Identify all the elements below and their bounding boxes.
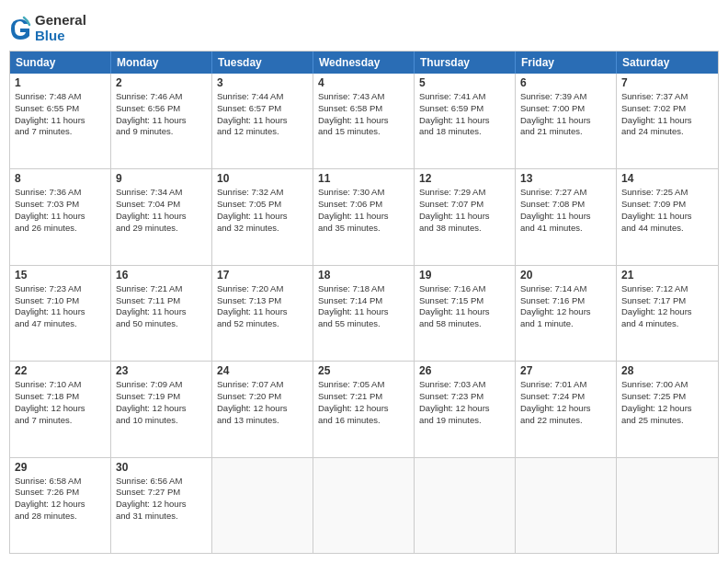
day-number: 9 xyxy=(116,172,207,185)
day-number: 11 xyxy=(318,172,409,185)
cell-info: Sunrise: 6:58 AMSunset: 7:26 PMDaylight:… xyxy=(15,476,106,523)
day-header-sunday: Sunday xyxy=(10,52,111,74)
day-number: 19 xyxy=(419,269,510,282)
logo-icon xyxy=(9,16,31,41)
calendar-body: 1Sunrise: 7:48 AMSunset: 6:55 PMDaylight… xyxy=(10,74,718,553)
day-number: 21 xyxy=(621,269,713,282)
calendar-cell-day-21: 21Sunrise: 7:12 AMSunset: 7:17 PMDayligh… xyxy=(617,266,718,361)
calendar-cell-day-29: 29Sunrise: 6:58 AMSunset: 7:26 PMDayligh… xyxy=(10,458,111,553)
cell-info: Sunrise: 7:39 AMSunset: 7:00 PMDaylight:… xyxy=(520,91,611,138)
day-number: 4 xyxy=(318,76,409,89)
cell-info: Sunrise: 7:30 AMSunset: 7:06 PMDaylight:… xyxy=(318,187,409,234)
calendar-cell-day-28: 28Sunrise: 7:00 AMSunset: 7:25 PMDayligh… xyxy=(617,362,718,456)
calendar-cell-day-3: 3Sunrise: 7:44 AMSunset: 6:57 PMDaylight… xyxy=(212,74,313,168)
calendar-cell-day-13: 13Sunrise: 7:27 AMSunset: 7:08 PMDayligh… xyxy=(516,169,617,264)
cell-info: Sunrise: 7:32 AMSunset: 7:05 PMDaylight:… xyxy=(217,187,308,234)
cell-info: Sunrise: 7:46 AMSunset: 6:56 PMDaylight:… xyxy=(116,91,207,138)
cell-info: Sunrise: 7:25 AMSunset: 7:09 PMDaylight:… xyxy=(621,187,713,234)
day-header-thursday: Thursday xyxy=(415,52,516,74)
calendar-cell-day-2: 2Sunrise: 7:46 AMSunset: 6:56 PMDaylight… xyxy=(111,74,212,168)
day-number: 12 xyxy=(419,172,510,185)
cell-info: Sunrise: 7:36 AMSunset: 7:03 PMDaylight:… xyxy=(15,187,106,234)
calendar-cell-day-26: 26Sunrise: 7:03 AMSunset: 7:23 PMDayligh… xyxy=(415,362,516,456)
cell-info: Sunrise: 7:29 AMSunset: 7:07 PMDaylight:… xyxy=(419,187,510,234)
calendar-cell-day-20: 20Sunrise: 7:14 AMSunset: 7:16 PMDayligh… xyxy=(516,266,617,361)
calendar-cell-day-23: 23Sunrise: 7:09 AMSunset: 7:19 PMDayligh… xyxy=(111,362,212,456)
day-number: 26 xyxy=(419,364,510,377)
calendar-cell-day-19: 19Sunrise: 7:16 AMSunset: 7:15 PMDayligh… xyxy=(415,266,516,361)
cell-info: Sunrise: 7:10 AMSunset: 7:18 PMDaylight:… xyxy=(15,379,106,426)
day-number: 28 xyxy=(621,364,713,377)
calendar-cell-day-11: 11Sunrise: 7:30 AMSunset: 7:06 PMDayligh… xyxy=(313,169,415,264)
calendar-cell-day-15: 15Sunrise: 7:23 AMSunset: 7:10 PMDayligh… xyxy=(10,266,111,361)
calendar-cell-empty xyxy=(212,458,313,553)
calendar-cell-day-12: 12Sunrise: 7:29 AMSunset: 7:07 PMDayligh… xyxy=(415,169,516,264)
day-number: 1 xyxy=(15,76,106,89)
calendar-week-4: 22Sunrise: 7:10 AMSunset: 7:18 PMDayligh… xyxy=(10,362,718,457)
calendar-cell-day-18: 18Sunrise: 7:18 AMSunset: 7:14 PMDayligh… xyxy=(313,266,415,361)
calendar-cell-day-4: 4Sunrise: 7:43 AMSunset: 6:58 PMDaylight… xyxy=(313,74,415,168)
cell-info: Sunrise: 7:20 AMSunset: 7:13 PMDaylight:… xyxy=(217,283,308,330)
day-number: 25 xyxy=(318,364,409,377)
calendar-cell-empty xyxy=(415,458,516,553)
cell-info: Sunrise: 7:41 AMSunset: 6:59 PMDaylight:… xyxy=(419,91,510,138)
cell-info: Sunrise: 7:00 AMSunset: 7:25 PMDaylight:… xyxy=(621,379,713,426)
calendar-cell-day-9: 9Sunrise: 7:34 AMSunset: 7:04 PMDaylight… xyxy=(111,169,212,264)
calendar-cell-day-24: 24Sunrise: 7:07 AMSunset: 7:20 PMDayligh… xyxy=(212,362,313,456)
calendar-cell-day-6: 6Sunrise: 7:39 AMSunset: 7:00 PMDaylight… xyxy=(516,74,617,168)
calendar-cell-day-30: 30Sunrise: 6:56 AMSunset: 7:27 PMDayligh… xyxy=(111,458,212,553)
cell-info: Sunrise: 7:14 AMSunset: 7:16 PMDaylight:… xyxy=(520,283,611,330)
day-number: 29 xyxy=(15,461,106,474)
day-header-saturday: Saturday xyxy=(617,52,718,74)
cell-info: Sunrise: 7:21 AMSunset: 7:11 PMDaylight:… xyxy=(116,283,207,330)
calendar-cell-day-5: 5Sunrise: 7:41 AMSunset: 6:59 PMDaylight… xyxy=(415,74,516,168)
cell-info: Sunrise: 7:03 AMSunset: 7:23 PMDaylight:… xyxy=(419,379,510,426)
calendar-cell-empty xyxy=(313,458,415,553)
day-number: 24 xyxy=(217,364,308,377)
cell-info: Sunrise: 7:09 AMSunset: 7:19 PMDaylight:… xyxy=(116,379,207,426)
cell-info: Sunrise: 7:48 AMSunset: 6:55 PMDaylight:… xyxy=(15,91,106,138)
day-number: 22 xyxy=(15,364,106,377)
calendar-week-2: 8Sunrise: 7:36 AMSunset: 7:03 PMDaylight… xyxy=(10,169,718,265)
logo-text: General Blue xyxy=(35,13,86,43)
cell-info: Sunrise: 7:07 AMSunset: 7:20 PMDaylight:… xyxy=(217,379,308,426)
cell-info: Sunrise: 7:16 AMSunset: 7:15 PMDaylight:… xyxy=(419,283,510,330)
cell-info: Sunrise: 7:18 AMSunset: 7:14 PMDaylight:… xyxy=(318,283,409,330)
day-number: 14 xyxy=(621,172,713,185)
logo: General Blue xyxy=(9,13,86,43)
day-number: 30 xyxy=(116,461,207,474)
day-number: 18 xyxy=(318,269,409,282)
cell-info: Sunrise: 7:37 AMSunset: 7:02 PMDaylight:… xyxy=(621,91,713,138)
calendar-cell-day-16: 16Sunrise: 7:21 AMSunset: 7:11 PMDayligh… xyxy=(111,266,212,361)
page-container: General Blue SundayMondayTuesdayWednesda… xyxy=(0,0,728,563)
day-number: 13 xyxy=(520,172,611,185)
day-number: 6 xyxy=(520,76,611,89)
day-header-friday: Friday xyxy=(516,52,617,74)
calendar-cell-day-1: 1Sunrise: 7:48 AMSunset: 6:55 PMDaylight… xyxy=(10,74,111,168)
day-number: 10 xyxy=(217,172,308,185)
calendar-cell-day-17: 17Sunrise: 7:20 AMSunset: 7:13 PMDayligh… xyxy=(212,266,313,361)
calendar-week-1: 1Sunrise: 7:48 AMSunset: 6:55 PMDaylight… xyxy=(10,74,718,169)
day-number: 20 xyxy=(520,269,611,282)
cell-info: Sunrise: 7:44 AMSunset: 6:57 PMDaylight:… xyxy=(217,91,308,138)
day-number: 2 xyxy=(116,76,207,89)
day-header-tuesday: Tuesday xyxy=(212,52,313,74)
day-number: 16 xyxy=(116,269,207,282)
cell-info: Sunrise: 7:23 AMSunset: 7:10 PMDaylight:… xyxy=(15,283,106,330)
header: General Blue xyxy=(9,9,719,43)
calendar-cell-empty xyxy=(617,458,718,553)
cell-info: Sunrise: 7:43 AMSunset: 6:58 PMDaylight:… xyxy=(318,91,409,138)
cell-info: Sunrise: 6:56 AMSunset: 7:27 PMDaylight:… xyxy=(116,476,207,523)
cell-info: Sunrise: 7:34 AMSunset: 7:04 PMDaylight:… xyxy=(116,187,207,234)
calendar-cell-day-22: 22Sunrise: 7:10 AMSunset: 7:18 PMDayligh… xyxy=(10,362,111,456)
calendar-week-5: 29Sunrise: 6:58 AMSunset: 7:26 PMDayligh… xyxy=(10,458,718,553)
calendar-cell-day-8: 8Sunrise: 7:36 AMSunset: 7:03 PMDaylight… xyxy=(10,169,111,264)
day-number: 15 xyxy=(15,269,106,282)
calendar-cell-day-25: 25Sunrise: 7:05 AMSunset: 7:21 PMDayligh… xyxy=(313,362,415,456)
cell-info: Sunrise: 7:01 AMSunset: 7:24 PMDaylight:… xyxy=(520,379,611,426)
calendar-header: SundayMondayTuesdayWednesdayThursdayFrid… xyxy=(10,52,718,74)
calendar-cell-day-27: 27Sunrise: 7:01 AMSunset: 7:24 PMDayligh… xyxy=(516,362,617,456)
day-number: 5 xyxy=(419,76,510,89)
cell-info: Sunrise: 7:05 AMSunset: 7:21 PMDaylight:… xyxy=(318,379,409,426)
day-number: 3 xyxy=(217,76,308,89)
